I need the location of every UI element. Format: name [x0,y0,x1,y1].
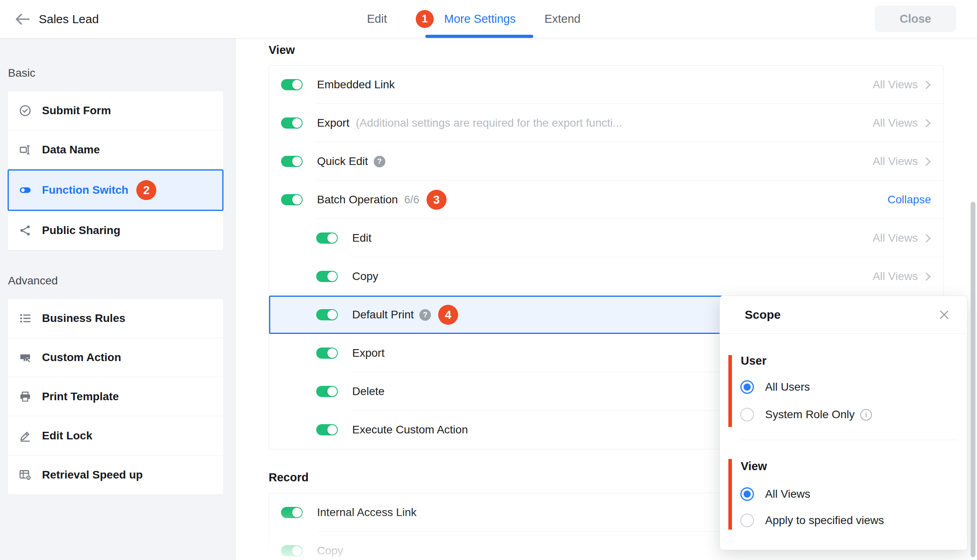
toggle-execute-custom-action[interactable] [316,424,338,435]
scope-selector-batch-edit[interactable]: All Views [873,232,931,244]
list-icon [18,311,32,326]
toggle-knob [327,387,337,396]
tab-edit[interactable]: Edit [367,12,387,26]
toggle-batch-export[interactable] [316,348,338,359]
sidebar-section-basic-title: Basic [8,67,224,79]
toggle-embedded-link[interactable] [281,79,303,90]
radio-selected-icon[interactable] [740,380,754,394]
step-badge-3: 3 [427,190,447,210]
radio-label: All Views [765,488,810,500]
scope-selector-export[interactable]: All Views [873,117,931,129]
chevron-right-icon [922,272,931,280]
radio-label: All Users [765,381,810,393]
toggle-export[interactable] [281,117,303,129]
toggle-knob [292,157,302,166]
sidebar: Basic Submit Form Data Name Function Swi… [0,38,236,560]
help-icon[interactable] [374,156,385,167]
sidebar-card-advanced: Business Rules Custom Action Print Templ… [7,298,224,495]
back-arrow-icon [14,10,31,28]
setting-row-quick-edit: Quick Edit All Views [269,142,943,181]
toggle-knob [327,233,337,243]
setting-label: Batch Operation [317,193,398,206]
toggle-knob [327,425,337,435]
setting-label: Copy [317,544,343,557]
scope-panel-title: Scope [745,296,781,333]
sidebar-item-print-template[interactable]: Print Template [8,377,223,416]
info-icon[interactable] [860,409,872,421]
radio-unselected-icon[interactable] [740,408,754,421]
chevron-right-icon [922,80,931,89]
setting-label: Delete [352,385,385,398]
sidebar-item-business-rules[interactable]: Business Rules [8,299,223,338]
sidebar-item-custom-action[interactable]: Custom Action [8,338,223,377]
toggle-knob [327,272,337,281]
setting-row-export: Export (Additional settings are required… [269,104,943,142]
sidebar-item-public-sharing[interactable]: Public Sharing [8,211,223,250]
tab-more-settings[interactable]: 1 More Settings [416,0,516,38]
sidebar-item-function-switch[interactable]: Function Switch 2 [8,169,223,211]
section-divider [740,440,957,440]
scope-value: All Views [873,270,918,283]
setting-label: Edit [352,232,371,244]
toggle-batch-operation[interactable] [281,194,303,205]
toggle-icon [18,183,32,197]
help-icon[interactable] [419,309,431,321]
sidebar-item-edit-lock[interactable]: Edit Lock [8,416,223,455]
view-section-marker [728,459,732,530]
close-icon[interactable] [937,308,951,322]
scope-value: All Views [873,155,918,168]
sidebar-item-label: Data Name [42,143,100,156]
close-button[interactable]: Close [875,6,956,32]
radio-option-system-role-only[interactable]: System Role Only [740,407,872,423]
toggle-record-copy[interactable] [281,545,303,556]
scope-selector-quick-edit[interactable]: All Views [873,155,931,168]
step-badge-2: 2 [136,180,156,200]
collapse-link[interactable]: Collapse [887,193,931,206]
toggle-knob [327,310,337,320]
view-heading: View [269,44,977,57]
printer-icon [18,389,32,404]
tab-extend[interactable]: Extend [544,12,580,26]
share-icon [18,223,32,238]
setting-label: Export [352,347,385,359]
toggle-knob [292,118,302,128]
radio-option-all-users[interactable]: All Users [740,379,810,395]
sidebar-item-label: Business Rules [42,312,126,325]
custom-action-icon [18,350,32,365]
sidebar-item-label: Custom Action [42,351,121,364]
scope-selector-batch-copy[interactable]: All Views [873,270,931,283]
toggle-batch-delete[interactable] [316,386,338,397]
radio-option-all-views[interactable]: All Views [740,486,810,502]
view-section-title: View [741,460,767,473]
setting-label: Export [317,117,349,129]
setting-label: Default Print [352,308,414,321]
sidebar-item-label: Submit Form [42,104,111,117]
tab-more-settings-label: More Settings [444,12,516,26]
scrollbar[interactable] [971,202,975,557]
pencil-icon [18,429,32,443]
table-gear-icon [18,468,32,482]
scope-selector-embedded-link[interactable]: All Views [873,78,931,91]
scope-value: All Views [873,232,918,244]
toggle-quick-edit[interactable] [281,156,303,167]
chevron-right-icon [922,157,931,165]
setting-row-embedded-link: Embedded Link All Views [269,66,943,104]
toggle-batch-copy[interactable] [316,271,338,282]
setting-label: Quick Edit [317,155,368,168]
sidebar-item-submit-form[interactable]: Submit Form [8,91,223,130]
radio-unselected-icon[interactable] [740,514,754,527]
radio-option-apply-to-specified-views[interactable]: Apply to specified views [740,512,884,528]
radio-selected-icon[interactable] [740,487,754,501]
user-section-marker [728,355,732,427]
toggle-batch-edit[interactable] [316,232,338,244]
page-title: Sales Lead [39,0,99,38]
app-window: Sales Lead Edit 1 More Settings Extend C… [0,0,977,560]
step-badge-1: 1 [416,10,434,28]
setting-label: Execute Custom Action [352,423,468,436]
toggle-knob [292,195,302,205]
sidebar-item-retrieval-speed-up[interactable]: Retrieval Speed up [8,455,223,494]
back-button[interactable] [14,10,31,28]
toggle-internal-access-link[interactable] [281,507,303,518]
toggle-default-print[interactable] [316,309,338,320]
sidebar-item-data-name[interactable]: Data Name [8,130,223,169]
